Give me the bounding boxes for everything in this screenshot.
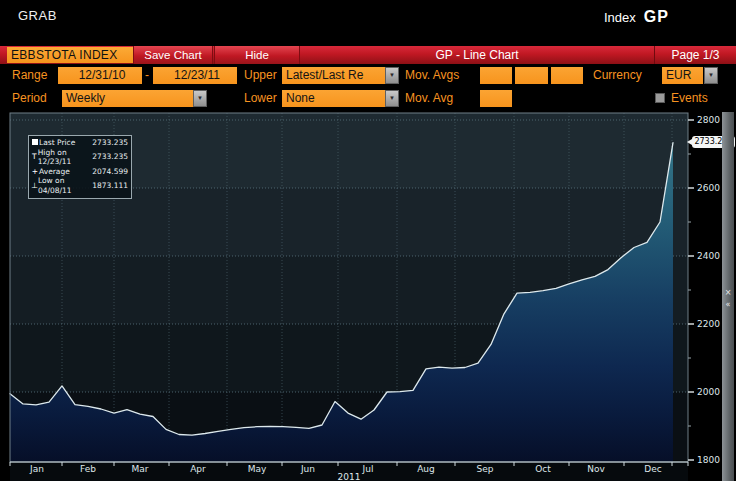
mov-avg-label: Mov. Avg [405, 90, 453, 107]
legend-value: 2074.599 [92, 167, 128, 177]
legend-row-high: T High on 12/23/11 2733.235 [31, 148, 128, 167]
svg-text:Nov: Nov [587, 464, 605, 474]
upper-study-select[interactable]: Latest/Last Re [282, 67, 385, 84]
legend-label: Last Price [39, 138, 75, 148]
upper-study-dropdown-icon[interactable]: ▼ [385, 67, 399, 84]
currency-select[interactable]: EUR [662, 67, 703, 84]
legend-value: 2733.235 [92, 152, 128, 162]
events-checkbox[interactable] [655, 93, 665, 103]
low-marker-icon: ⊥ [31, 181, 38, 191]
legend-row-low: ⊥ Low on 04/08/11 1873.111 [31, 176, 128, 195]
mov-avgs-label: Mov. Avgs [405, 67, 459, 84]
chart-side-scrollbar[interactable]: × « [722, 112, 734, 481]
range-separator: - [145, 67, 149, 84]
average-marker-icon: + [31, 167, 39, 177]
period-select[interactable]: Weekly [62, 90, 193, 107]
mov-avg-input-1[interactable] [480, 67, 512, 84]
events-label: Events [671, 90, 708, 107]
svg-text:2000: 2000 [697, 387, 720, 397]
svg-text:2800: 2800 [697, 115, 720, 125]
legend-row-last-price: Last Price 2733.235 [31, 138, 128, 148]
lower-study-select[interactable]: None [282, 90, 385, 107]
save-chart-button[interactable]: Save Chart [133, 46, 213, 64]
svg-text:Apr: Apr [190, 464, 206, 474]
svg-text:Feb: Feb [80, 464, 96, 474]
svg-text:Jul: Jul [362, 464, 374, 474]
high-marker-icon: T [31, 152, 38, 162]
currency-label: Currency [593, 67, 642, 84]
svg-text:Aug: Aug [417, 464, 435, 474]
svg-text:Jan: Jan [29, 464, 44, 474]
legend-label: Low on 04/08/11 [38, 176, 92, 195]
svg-text:Dec: Dec [644, 464, 661, 474]
context-indicator: IndexGP [604, 8, 669, 26]
hide-button[interactable]: Hide [214, 46, 300, 64]
lower-label: Lower [244, 90, 277, 107]
svg-text:2400: 2400 [697, 251, 720, 261]
range-end-input[interactable]: 12/23/11 [153, 67, 237, 84]
svg-text:2200: 2200 [697, 319, 720, 329]
svg-text:Jun: Jun [300, 464, 315, 474]
close-icon[interactable]: × [722, 289, 734, 297]
mov-avg-input-4[interactable] [480, 90, 512, 107]
currency-dropdown-icon[interactable]: ▼ [704, 67, 718, 84]
collapse-icon[interactable]: « [722, 301, 734, 309]
svg-text:1800: 1800 [697, 455, 720, 465]
svg-text:2011: 2011 [338, 472, 361, 481]
legend-value: 1873.111 [92, 181, 128, 191]
chart-title: GP - Line Chart [300, 46, 654, 64]
legend-row-average: + Average 2074.599 [31, 167, 128, 177]
bloomberg-terminal-window: GRAB IndexGP EBBSTOTA INDEX Save Chart H… [0, 0, 736, 481]
page-indicator[interactable]: Page 1/3 [655, 46, 736, 64]
mov-avg-input-3[interactable] [551, 67, 583, 84]
period-dropdown-icon[interactable]: ▼ [193, 90, 207, 107]
chart-legend: Last Price 2733.235 T High on 12/23/11 2… [28, 135, 132, 199]
range-start-input[interactable]: 12/31/10 [58, 67, 142, 84]
context-label: Index [604, 10, 636, 25]
last-price-marker-icon [31, 138, 39, 148]
svg-text:2600: 2600 [697, 183, 720, 193]
legend-label: High on 12/23/11 [38, 148, 93, 167]
security-ticker-field[interactable]: EBBSTOTA INDEX [7, 47, 135, 63]
legend-value: 2733.235 [92, 138, 128, 148]
svg-text:Mar: Mar [132, 464, 149, 474]
period-label: Period [12, 90, 47, 107]
range-label: Range [12, 67, 47, 84]
upper-label: Upper [244, 67, 277, 84]
legend-label: Average [39, 167, 70, 177]
lower-study-dropdown-icon[interactable]: ▼ [385, 90, 399, 107]
mov-avg-input-2[interactable] [515, 67, 548, 84]
svg-text:Sep: Sep [477, 464, 494, 474]
svg-text:Oct: Oct [535, 464, 551, 474]
context-mnemonic: GP [644, 8, 669, 25]
command-text: GRAB [18, 8, 57, 23]
svg-text:May: May [248, 464, 267, 474]
